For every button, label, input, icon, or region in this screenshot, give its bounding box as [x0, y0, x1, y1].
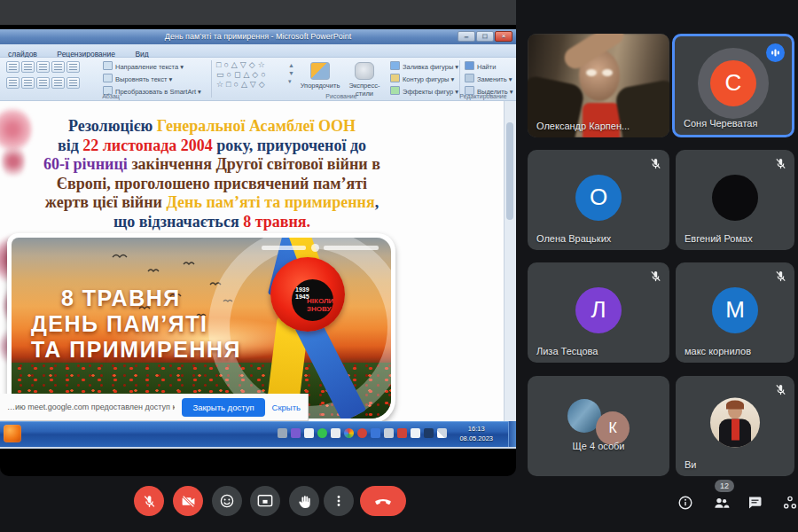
chat-button[interactable] — [747, 495, 763, 511]
system-tray[interactable] — [278, 428, 447, 438]
mic-button[interactable] — [134, 486, 164, 516]
poppy-center: 1939 1945 НІКОЛИ ЗНОВУ — [292, 279, 333, 321]
close-button[interactable]: × — [495, 31, 512, 42]
shapes-scroll[interactable]: ▲▼▾ — [288, 61, 294, 85]
banner-image: 1939 1945 НІКОЛИ ЗНОВУ 8 ТРАВНЯ ДЕНЬ ПАМ… — [12, 238, 391, 419]
shared-screen-tile[interactable]: День пам’яті та примирення - Microsoft P… — [0, 0, 516, 476]
banner-logo-icon — [311, 244, 319, 252]
find-button[interactable]: Найти — [465, 61, 496, 72]
tray-icon[interactable] — [357, 428, 367, 438]
shapes-gallery[interactable]: □○△▽◇☆ ▭○◻△◇○ ☆□○△▽◇ — [216, 60, 269, 90]
shape-fill-button[interactable]: Заливка фигуры ▾ — [390, 61, 458, 72]
reactions-button[interactable] — [212, 486, 242, 516]
slide-scrollbar[interactable] — [504, 101, 516, 424]
paragraph-buttons-row2[interactable] — [5, 77, 81, 93]
taskbar-app-icon[interactable] — [4, 425, 21, 442]
taskbar-clock[interactable]: 16:13 08.05.2023 — [459, 424, 493, 443]
participant-name: макс корнилов — [685, 346, 751, 356]
camera-button[interactable] — [173, 486, 203, 516]
mic-muted-icon — [774, 270, 787, 283]
end-call-button[interactable] — [360, 486, 406, 516]
shape-effects-icon — [390, 86, 400, 95]
red-shirt — [732, 419, 739, 440]
windows-taskbar: 16:13 08.05.2023 — [0, 421, 516, 447]
ribbon-tab-row: слайдов Рецензирование Вид — [0, 44, 516, 58]
participant-name: Ви — [685, 459, 696, 470]
participant-tile[interactable]: Олександр Карпен... — [528, 34, 669, 137]
more-options-button[interactable] — [324, 486, 354, 516]
shape-effects-button[interactable]: Эффекты фигур ▾ — [390, 86, 458, 97]
window-title: День пам’яті та примирення - Microsoft P… — [165, 32, 351, 41]
banner-title: 8 ТРАВНЯ ДЕНЬ ПАМ’ЯТІ ТА ПРИМИРЕННЯ — [31, 286, 241, 363]
tray-icon[interactable] — [331, 428, 340, 438]
text-direction-icon — [103, 61, 113, 70]
participant-name: Евгений Ромах — [685, 233, 753, 244]
camera-off-icon — [181, 494, 196, 509]
participant-tile[interactable]: Л Лиза Тесцова — [528, 262, 669, 363]
activities-icon — [782, 495, 798, 511]
shape-outline-button[interactable]: Контур фигуры ▾ — [390, 74, 454, 84]
powerpoint-titlebar[interactable]: День пам’яті та примирення - Microsoft P… — [0, 29, 516, 44]
quick-styles-icon — [355, 62, 374, 80]
avatar: С — [710, 59, 756, 106]
participant-name: Соня Череватая — [684, 118, 757, 129]
quick-styles-button[interactable]: Экспресс-стили — [344, 62, 385, 98]
overflow-avatars: К — [528, 399, 669, 445]
tray-icon[interactable] — [397, 428, 407, 438]
arrange-button[interactable]: Упорядочить — [300, 62, 340, 90]
overflow-participants-tile[interactable]: К Ще 4 особи — [528, 376, 669, 476]
raise-hand-button[interactable] — [289, 486, 319, 516]
tray-icon[interactable] — [384, 428, 394, 438]
slide-paragraph: Резолюцією Генеральної Асамблеї ООН від … — [14, 117, 410, 231]
present-button[interactable] — [250, 486, 280, 516]
ribbon: Направление текста ▾ Выровнять текст ▾ П… — [0, 58, 516, 101]
mic-muted-icon — [649, 157, 662, 170]
paragraph-buttons-row1[interactable] — [5, 61, 81, 77]
self-tile[interactable]: Ви — [676, 376, 794, 476]
tray-icon[interactable] — [278, 428, 287, 438]
participant-tile[interactable]: О Олена Врацьких — [528, 150, 669, 250]
stop-sharing-button[interactable]: Закрыть доступ — [182, 398, 264, 417]
shape-outline-icon — [390, 74, 400, 82]
hair — [726, 400, 744, 409]
align-text-button[interactable]: Выровнять текст ▾ — [103, 74, 172, 84]
tray-icon-network[interactable] — [437, 428, 447, 438]
participant-tile[interactable]: М макс корнилов — [676, 262, 794, 363]
tray-icon-chrome[interactable] — [344, 428, 354, 438]
mic-muted-icon — [649, 270, 662, 283]
tray-icon[interactable] — [411, 428, 420, 438]
participants-button[interactable] — [713, 495, 729, 511]
replace-button[interactable]: Заменить ▾ — [465, 74, 512, 84]
maximize-button[interactable]: □ — [476, 31, 494, 42]
present-screen-icon — [257, 493, 273, 509]
tray-icon[interactable] — [291, 428, 301, 438]
banner-logos — [324, 246, 379, 250]
editing-group-label: Редактирование — [450, 93, 516, 99]
participant-tile-active[interactable]: С Соня Череватая — [672, 34, 794, 137]
tray-icon[interactable] — [424, 428, 434, 438]
avatar — [712, 174, 758, 220]
hide-link[interactable]: Скрыть — [272, 403, 301, 412]
emblem-motto: НІКОЛИ ЗНОВУ — [307, 297, 333, 313]
tray-icon[interactable] — [371, 428, 380, 438]
tray-icon[interactable] — [317, 428, 327, 438]
speaking-indicator-icon — [766, 43, 785, 62]
meeting-details-button[interactable] — [677, 495, 693, 511]
powerpoint-window: День пам’яті та примирення - Microsoft P… — [0, 29, 516, 449]
minimize-button[interactable]: – — [458, 31, 475, 42]
screenshare-notification: …ию meet.google.com предоставлен доступ … — [0, 394, 309, 421]
scrollbar-thumb[interactable] — [506, 122, 513, 220]
text-direction-button[interactable]: Направление текста ▾ — [103, 61, 184, 72]
info-icon — [677, 495, 693, 511]
paragraph-group-label: Абзац — [84, 93, 137, 99]
activities-button[interactable] — [782, 495, 798, 511]
participant-tile[interactable]: Евгений Ромах — [676, 150, 794, 250]
show-desktop-button[interactable] — [508, 421, 516, 447]
tray-icon[interactable] — [304, 428, 314, 438]
replace-icon — [465, 74, 474, 82]
align-text-icon — [103, 74, 113, 82]
shared-screen-top-strip — [0, 0, 516, 25]
avatar: М — [712, 286, 758, 332]
glasses — [586, 69, 597, 76]
participant-name: Лиза Тесцова — [536, 346, 598, 356]
